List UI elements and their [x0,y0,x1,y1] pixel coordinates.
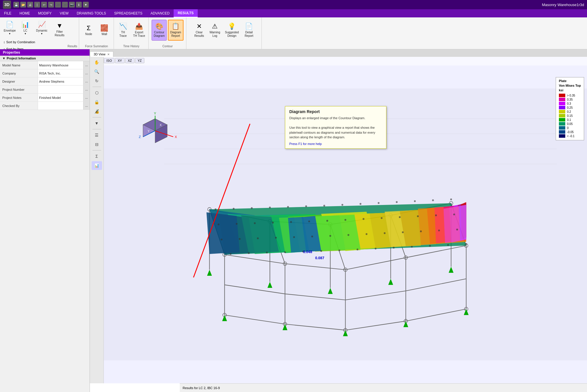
project-number-value[interactable] [38,86,83,93]
diagram-report-button[interactable]: 📋 DiagramReport [168,20,183,41]
dropdown-icon[interactable]: ▼ [83,2,89,8]
app-logo: 3D [3,1,11,9]
open-icon[interactable]: 📂 [20,2,26,8]
plus-icon[interactable]: ➕ [62,2,68,8]
legend-title2: Von Mises Top [559,84,581,87]
designer-btn[interactable]: … [83,77,90,85]
project-notes-value[interactable]: Finished Model [38,94,83,101]
menu-bar: FILE HOME MODIFY VIEW DRAWING TOOLS SPRE… [0,9,587,17]
legend-item-11: < -0.1 [559,134,581,138]
dynamic-dropdown-icon[interactable]: ▼ [41,32,43,35]
xz-button[interactable]: XZ [125,58,135,63]
iso-button[interactable]: ISO [104,58,115,63]
filter2-tool[interactable]: ⊟ [92,140,102,149]
list-tool[interactable]: ☰ [92,131,102,139]
svg-text:0.048: 0.048 [303,250,312,254]
th-trace-button[interactable]: 📉 THTrace [116,20,130,41]
svg-point-128 [363,218,364,220]
filter-results-button[interactable]: ▼ FilterResults [52,19,68,40]
dynamic-button[interactable]: 📈 Dynamic ▼ [33,19,50,37]
svg-point-145 [414,200,416,202]
detail-report-button[interactable]: 📄 DetailReport [242,20,256,41]
collapse-icon[interactable]: ▼ [2,57,6,60]
company-btn[interactable]: … [83,69,90,77]
sort-combination-button[interactable]: ↕ Sort by Combination [2,39,50,45]
clear-results-button[interactable]: ✕ ClearResults [192,20,206,41]
legend-label-5: 0.2 [567,110,571,113]
status-bar: Results for LC 2, IBC 16-9 [180,383,587,392]
svg-point-126 [326,220,328,222]
xy-button[interactable]: XY [115,58,125,63]
diagram-tool[interactable]: 📊 [92,161,102,170]
model-name-row: Model Name Masonry Warehouse … [0,61,90,69]
menu-view[interactable]: VIEW [56,9,73,17]
save-icon[interactable]: 💾 [13,2,19,8]
3d-view-tab[interactable]: 3D View ✕ [90,51,113,57]
select-tool[interactable]: ⬡ [92,88,102,97]
lc-dropdown-icon[interactable]: ▼ [24,32,27,35]
svg-point-102 [411,246,413,248]
tooltip-line1: Displays an enlarged image of the Counto… [289,116,382,121]
menu-results[interactable]: RESULTS [174,9,198,17]
model-name-value[interactable]: Masonry Warehouse [38,61,83,69]
legend-title1: Plate [559,79,581,83]
envelope-button[interactable]: 📄 Envelope ▼ [2,19,18,37]
legend-items: > 0.35 0.35 0.3 0.25 [559,94,581,138]
envelope-dropdown-icon[interactable]: ▼ [9,32,11,35]
menu-spreadsheets[interactable]: SPREADSHEETS [110,9,146,17]
legend-item-1: > 0.35 [559,94,581,97]
info-icon[interactable]: ℹ [76,2,82,8]
export-th-button[interactable]: 📤 ExportTH Trace [131,20,147,41]
project-notes-btn[interactable]: … [83,94,90,101]
rotate-tool[interactable]: ↻ [92,77,102,85]
menu-drawing-tools[interactable]: DRAWING TOOLS [73,9,110,17]
time-history-label: Time History [123,43,139,48]
menu-home[interactable]: HOME [15,9,34,17]
diagram-report-label: DiagramReport [170,31,181,38]
view-buttons: ISO XY XZ YZ [104,58,144,63]
node-button[interactable]: Σ Node [81,20,96,41]
menu-advanced[interactable]: ADVANCED [146,9,174,17]
company-value[interactable]: RISA Tech, Inc. [38,69,83,77]
svg-point-112 [329,235,331,237]
contour-diagram-button[interactable]: 🎨 ContourDiagram [152,20,167,41]
model-name-btn[interactable]: … [83,61,90,69]
svg-point-121 [236,223,237,225]
lc-icon: 📊 [21,21,29,28]
wall-button[interactable]: 🧱 Wall [97,20,112,41]
svg-point-131 [417,215,419,217]
designer-value[interactable]: Andrew Stephens [38,77,83,85]
project-number-btn[interactable]: … [83,86,90,93]
undo-icon[interactable]: ↩ [41,2,47,8]
redo-icon[interactable]: ↪ [48,2,54,8]
print-icon[interactable]: 🖨 [27,2,33,8]
tooltip-body: Displays an enlarged image of the Counto… [289,116,382,140]
checked-by-value[interactable] [38,102,83,110]
zoom-tool[interactable]: 🔍 [92,67,102,76]
svg-marker-77 [206,212,240,254]
suggested-design-button[interactable]: 💡 SuggestedDesign [223,20,241,41]
sum-tool[interactable]: Σ [92,152,102,161]
svg-text:X: X [175,135,177,139]
filter-tool[interactable]: ▼ [92,119,102,128]
menu-modify[interactable]: MODIFY [34,9,56,17]
detail-report-label: DetailReport [245,31,253,38]
contour-diagram-label: ContourDiagram [154,31,165,38]
lock-view-tool[interactable]: 🔏 [92,107,102,116]
checked-by-btn[interactable]: … [83,102,90,110]
camera-icon[interactable]: 📷 [69,2,75,8]
pan-tool[interactable]: ✋ [92,58,102,67]
svg-point-105 [465,243,467,245]
warning-log-button[interactable]: ⚠ WarningLog [208,20,222,41]
svg-text:Z: Z [139,135,141,139]
minus-icon[interactable]: ➖ [55,2,61,8]
lc-button[interactable]: 📊 LC ▼ [19,19,32,37]
lock-tool[interactable]: 🔒 [92,98,102,106]
tab-close-icon[interactable]: ✕ [107,53,110,56]
svg-point-111 [311,236,313,237]
yz-button[interactable]: YZ [135,58,144,63]
legend-color-2 [559,98,565,101]
legend-title3: ksi [559,88,581,92]
menu-file[interactable]: FILE [0,9,15,17]
designer-label: Designer [0,80,38,83]
